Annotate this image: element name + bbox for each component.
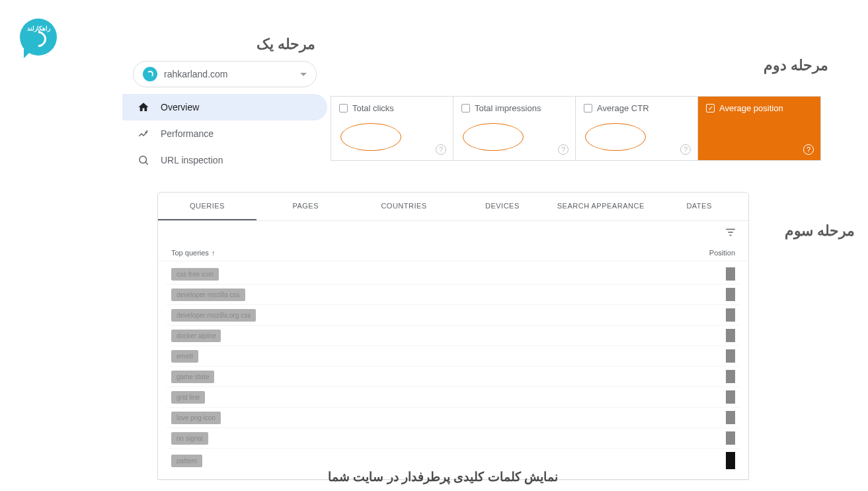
search-icon: [137, 154, 150, 167]
tab-dates[interactable]: DATES: [650, 193, 748, 220]
table-row[interactable]: game state: [166, 367, 740, 387]
metric-total-impressions[interactable]: Total impressions ?: [454, 97, 576, 160]
query-cell: emett: [171, 350, 198, 363]
metric-average-position[interactable]: Average position ?: [698, 97, 820, 160]
position-cell: [726, 390, 735, 404]
footer-caption: نمایش کلمات کلیدی پرطرفدار در سایت شما: [278, 469, 608, 484]
tab-search-appearance[interactable]: SEARCH APPEARANCE: [551, 193, 650, 220]
query-cell: docker alpine: [171, 330, 221, 342]
checkbox-icon: [339, 104, 348, 112]
query-cell: developer.mozilla.org css: [171, 309, 256, 322]
table-row[interactable]: grid line: [166, 387, 740, 408]
tab-queries[interactable]: QUERIES: [158, 193, 256, 220]
step-one-label: مرحله یک: [122, 32, 327, 58]
query-cell: developer mozilla css: [171, 289, 245, 301]
query-cell: css free icon: [171, 268, 219, 281]
metric-label: Average CTR: [597, 103, 649, 113]
position-cell: [726, 308, 735, 322]
checkbox-icon: [584, 104, 592, 112]
table-body: css free icondeveloper mozilla cssdevelo…: [158, 261, 748, 479]
checkbox-icon: [706, 104, 715, 112]
tab-countries[interactable]: COUNTRIES: [355, 193, 454, 220]
table-tabs: QUERIES PAGES COUNTRIES DEVICES SEARCH A…: [158, 193, 748, 221]
position-cell: [726, 329, 735, 342]
highlight-oval: [585, 123, 646, 151]
column-position[interactable]: Position: [709, 249, 735, 257]
help-icon[interactable]: ?: [558, 144, 569, 155]
highlight-oval: [340, 123, 401, 151]
position-cell: [726, 288, 735, 301]
table-row[interactable]: emett: [166, 346, 740, 367]
sidebar: مرحله یک rahkarland.com Overview Perform…: [122, 32, 327, 173]
chevron-down-icon: [300, 73, 307, 76]
table-row[interactable]: developer mozilla css: [166, 285, 740, 305]
nav-label: URL inspection: [161, 155, 223, 165]
help-icon[interactable]: ?: [436, 144, 446, 155]
query-cell: game state: [171, 371, 214, 383]
table-row[interactable]: love png icon: [166, 408, 740, 428]
property-domain: rahkarland.com: [164, 69, 294, 79]
brand-logo: راهکارلند: [20, 19, 57, 56]
queries-table-card: QUERIES PAGES COUNTRIES DEVICES SEARCH A…: [157, 192, 749, 480]
table-header: Top queries↑ Position: [158, 244, 748, 261]
query-cell: grid line: [171, 391, 205, 404]
nav-label: Performance: [161, 128, 214, 139]
metric-label: Total impressions: [475, 103, 541, 113]
tab-devices[interactable]: DEVICES: [453, 193, 551, 220]
help-icon[interactable]: ?: [803, 144, 814, 155]
metrics-cards: Total clicks ? Total impressions ? Avera…: [331, 96, 821, 161]
trend-icon: [137, 127, 150, 140]
sort-up-icon: ↑: [212, 249, 216, 257]
query-cell: no signal: [171, 432, 208, 445]
sidebar-item-performance[interactable]: Performance: [122, 120, 327, 147]
position-cell: [726, 349, 735, 363]
property-selector[interactable]: rahkarland.com: [133, 61, 317, 87]
position-cell: [726, 267, 735, 281]
sidebar-item-url-inspection[interactable]: URL inspection: [122, 147, 327, 173]
position-cell: [726, 370, 735, 383]
position-cell: [726, 411, 735, 424]
sidebar-item-overview[interactable]: Overview: [122, 94, 327, 120]
checkbox-icon: [461, 104, 470, 112]
home-icon: [137, 101, 150, 114]
highlight-oval: [463, 123, 524, 151]
table-row[interactable]: docker alpine: [166, 326, 740, 346]
property-icon: [143, 67, 157, 81]
table-row[interactable]: css free icon: [166, 264, 740, 285]
column-top-queries[interactable]: Top queries↑: [171, 249, 215, 257]
metric-total-clicks[interactable]: Total clicks ?: [331, 97, 454, 160]
filter-icon[interactable]: [725, 226, 736, 238]
query-cell: pattern: [171, 455, 202, 467]
table-row[interactable]: no signal: [166, 428, 740, 449]
help-icon[interactable]: ?: [680, 144, 691, 155]
position-cell: [726, 452, 735, 469]
metric-average-ctr[interactable]: Average CTR ?: [576, 97, 698, 160]
step-two-label: مرحله دوم: [764, 57, 828, 74]
step-three-label: مرحله سوم: [785, 222, 855, 240]
metric-label: Total clicks: [352, 103, 394, 113]
nav-label: Overview: [161, 102, 199, 112]
query-cell: love png icon: [171, 412, 221, 424]
position-cell: [726, 431, 735, 445]
tab-pages[interactable]: PAGES: [256, 193, 355, 220]
table-row[interactable]: developer.mozilla.org css: [166, 305, 740, 326]
metric-label: Average position: [719, 103, 783, 113]
